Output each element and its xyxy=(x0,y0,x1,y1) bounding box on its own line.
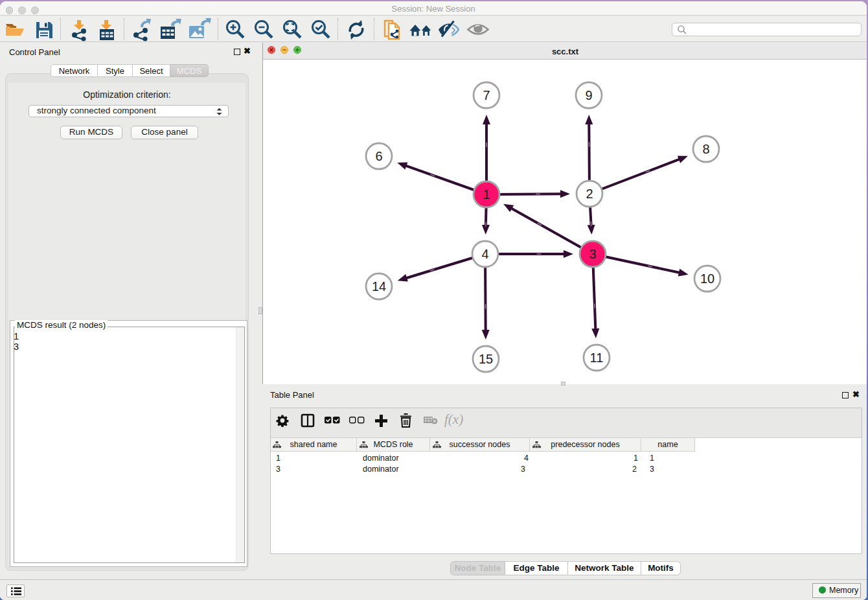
svg-text:8: 8 xyxy=(702,142,709,156)
svg-text:15: 15 xyxy=(479,352,493,366)
svg-text:2: 2 xyxy=(586,187,593,201)
svg-text:1: 1 xyxy=(483,187,490,202)
svg-text:9: 9 xyxy=(585,88,592,102)
svg-text:7: 7 xyxy=(483,88,490,102)
svg-text:3: 3 xyxy=(589,247,596,261)
svg-text:10: 10 xyxy=(700,271,714,286)
svg-text:4: 4 xyxy=(481,247,488,261)
svg-text:11: 11 xyxy=(590,351,604,365)
svg-text:14: 14 xyxy=(372,279,386,294)
svg-text:6: 6 xyxy=(375,149,382,163)
